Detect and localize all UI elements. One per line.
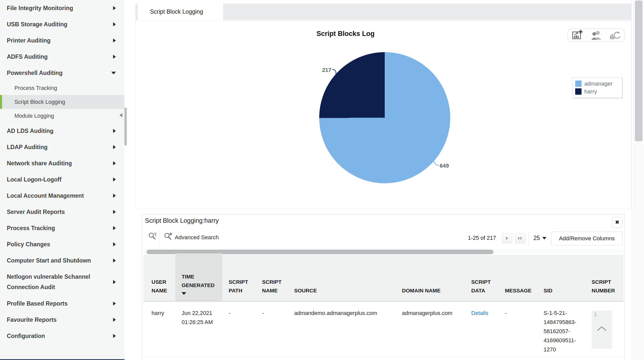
sidebar-item-label: Printer Auditing xyxy=(7,37,51,44)
tab-label: Script Block Logging xyxy=(150,8,203,15)
sidebar-item-label: Server Audit Reports xyxy=(7,209,65,215)
chevron-right-icon xyxy=(113,177,116,182)
cell-time-generated: Jun 22,2021 01:26:25 AM xyxy=(182,309,220,327)
sidebar-item-label: Policy Changes xyxy=(7,241,50,248)
sidebar-item-script-block-logging[interactable]: Script Block Logging xyxy=(0,95,124,109)
sidebar-item-printer-auditing[interactable]: Printer Auditing xyxy=(0,32,124,49)
legend-item-admanager[interactable]: admanager xyxy=(575,80,622,88)
sidebar-item-process-tracking-sub[interactable]: Process Tracking xyxy=(0,81,124,95)
sidebar-item-network-share-auditing[interactable]: Network share Auditing xyxy=(0,155,124,171)
pagination-range: 1-25 of 217 xyxy=(445,235,496,241)
sort-desc-icon xyxy=(182,292,186,295)
chart-legend: admanager harry xyxy=(572,77,622,98)
sidebar-item-label: Process Tracking xyxy=(14,85,57,91)
sidebar-item-local-account-management[interactable]: Local Account Management xyxy=(0,188,124,204)
sidebar-scrollbar-track[interactable] xyxy=(124,0,127,360)
sidebar-item-ldap-auditing[interactable]: LDAP Auditing xyxy=(0,139,124,155)
chevron-right-icon xyxy=(113,129,116,133)
sidebar-item-label: Favourite Reports xyxy=(7,316,57,323)
chevron-right-icon xyxy=(113,22,116,26)
column-header-sid[interactable]: SID xyxy=(544,255,588,301)
advanced-search-label[interactable]: Advanced Search xyxy=(175,234,219,241)
add-remove-columns-label: Add/Remove Columns xyxy=(559,235,615,242)
sidebar-item-profile-based-reports[interactable]: Profile Based Reports xyxy=(0,295,124,312)
page-size-dropdown[interactable]: 25 xyxy=(533,235,546,242)
next-page-button[interactable] xyxy=(502,233,512,243)
sidebar-item-ad-lds-auditing[interactable]: AD LDS Auditing xyxy=(0,123,124,139)
last-page-icon xyxy=(518,236,523,241)
tab-script-block-logging[interactable]: Script Block Logging xyxy=(138,3,223,20)
column-header-source[interactable]: SOURCE xyxy=(294,255,395,301)
column-header-script-path[interactable]: SCRIPT PATH xyxy=(229,255,256,301)
refresh-graph-icon[interactable] xyxy=(609,30,622,41)
sidebar-item-label: ADFS Auditing xyxy=(7,53,48,60)
page-scrollbar-thumb[interactable] xyxy=(635,1,642,141)
legend-label: admanager xyxy=(584,81,612,87)
sidebar-item-label: AD LDS Auditing xyxy=(7,128,53,134)
column-header-time-generated[interactable]: TIME GENERATED xyxy=(182,255,222,301)
advanced-search-icon[interactable] xyxy=(163,231,173,241)
column-header-domain-name[interactable]: DOMAIN NAME xyxy=(402,255,468,301)
cell-sid: S-1-5-21-1484795863-58162057-4169609511-… xyxy=(544,309,588,354)
chevron-right-icon xyxy=(113,280,116,284)
sidebar-item-module-logging[interactable]: Module Logging xyxy=(0,109,124,123)
last-page-button[interactable] xyxy=(515,233,525,243)
close-button[interactable]: ✖ xyxy=(612,217,622,228)
sidebar-collapse-icon[interactable] xyxy=(119,113,122,117)
chevron-right-icon xyxy=(113,210,116,214)
cell-script-name: - xyxy=(262,309,290,318)
legend-swatch-harry xyxy=(575,88,582,95)
chevron-right-icon xyxy=(113,194,116,198)
report-panel: Script Block Logging:harry ✖ Advanced Se… xyxy=(142,214,625,360)
sidebar-scrollbar-thumb[interactable] xyxy=(124,108,127,146)
sidebar-item-label: Powershell Auditing xyxy=(7,70,62,76)
chevron-right-icon xyxy=(113,55,116,59)
column-header-script-data[interactable]: SCRIPT DATA xyxy=(471,255,502,301)
add-report-icon[interactable] xyxy=(571,30,584,41)
sidebar-item-netlogon-vulnerable-schannel[interactable]: Netlogon vulnerable Schannel Connection … xyxy=(0,269,124,295)
chart-toolbar xyxy=(568,29,625,42)
cell-source: admandemo.admanagerplus.com xyxy=(294,309,395,318)
sidebar-item-configuration[interactable]: Configuration xyxy=(0,328,124,344)
pie-chart xyxy=(319,52,450,183)
column-header-user-name[interactable]: USER NAME xyxy=(152,255,177,301)
sidebar-item-label: Local Logon-Logoff xyxy=(7,176,61,183)
cell-script-number: 1 xyxy=(594,311,597,318)
column-header-message[interactable]: MESSAGE xyxy=(505,255,540,301)
pie-slice-label-admanager: 649 xyxy=(440,163,449,169)
chevron-right-icon xyxy=(113,38,116,43)
chevron-right-icon xyxy=(113,161,116,165)
cell-script-data: Details xyxy=(471,309,502,318)
column-header-script-number[interactable]: SCRIPT NUMBER xyxy=(592,255,626,301)
cell-domain-name: admanagerplus.com xyxy=(402,309,468,318)
caret-down-icon xyxy=(542,237,546,239)
sidebar-item-process-tracking[interactable]: Process Tracking xyxy=(0,220,124,236)
chevron-right-icon xyxy=(113,258,116,263)
sidebar-item-policy-changes[interactable]: Policy Changes xyxy=(0,236,124,252)
sidebar-item-local-logon-logoff[interactable]: Local Logon-Logoff xyxy=(0,171,124,188)
legend-item-harry[interactable]: harry xyxy=(575,88,622,95)
user-based-report-icon[interactable] xyxy=(590,30,603,41)
details-link[interactable]: Details xyxy=(471,310,488,316)
page-size-value: 25 xyxy=(533,235,540,242)
sidebar-item-adfs-auditing[interactable]: ADFS Auditing xyxy=(0,49,124,65)
search-icon[interactable] xyxy=(147,231,158,241)
sidebar-item-server-audit-reports[interactable]: Server Audit Reports xyxy=(0,204,124,220)
chart-panel: Script Blocks Log xyxy=(135,21,631,209)
sidebar-item-label: Configuration xyxy=(7,333,45,339)
add-remove-columns-button[interactable]: Add/Remove Columns xyxy=(551,232,622,245)
legend-label: harry xyxy=(584,88,597,95)
column-header-script-name[interactable]: SCRIPT NAME xyxy=(262,255,290,301)
sidebar-item-computer-start-and-shutdown[interactable]: Computer Start and Shutdown xyxy=(0,252,124,269)
sidebar-item-powershell-auditing[interactable]: Powershell Auditing xyxy=(0,65,124,81)
sidebar-item-favourite-reports[interactable]: Favourite Reports xyxy=(0,312,124,328)
sidebar-item-usb-storage-auditing[interactable]: USB Storage Auditing xyxy=(0,16,124,32)
sidebar-nav: File Integrity Monitoring USB Storage Au… xyxy=(0,0,124,360)
cell-script-path: - xyxy=(229,309,256,318)
sidebar-item-file-integrity-monitoring[interactable]: File Integrity Monitoring xyxy=(0,0,124,16)
sidebar-item-label: USB Storage Auditing xyxy=(7,21,67,28)
sidebar-item-label: Script Block Logging xyxy=(14,99,65,105)
chevron-right-icon xyxy=(113,145,116,149)
sidebar-item-label: File Integrity Monitoring xyxy=(7,5,73,12)
sidebar-item-label: Netlogon vulnerable Schannel Connection … xyxy=(7,272,100,292)
